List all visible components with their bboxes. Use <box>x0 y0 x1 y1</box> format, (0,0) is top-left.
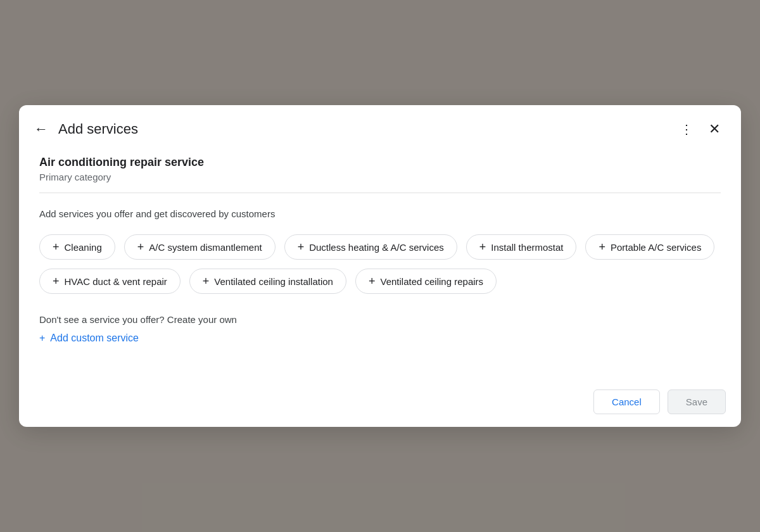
dialog-title: Add services <box>58 121 675 137</box>
add-custom-service-button[interactable]: + Add custom service <box>39 332 139 344</box>
service-label-install-thermostat: Install thermostat <box>491 242 563 253</box>
service-label-ac-dismantlement: A/C system dismantlement <box>149 242 262 253</box>
back-button[interactable]: ← <box>32 118 53 140</box>
close-icon: ✕ <box>709 121 720 137</box>
plus-icon: + <box>598 241 605 253</box>
add-custom-service-label: Add custom service <box>50 332 139 344</box>
header-actions: ⋮ ✕ <box>675 118 726 141</box>
service-label-ventilated-ceiling-repairs: Ventilated ceiling repairs <box>380 276 483 287</box>
service-label-portable-ac: Portable A/C services <box>611 242 701 253</box>
save-button[interactable]: Save <box>668 390 726 414</box>
service-chip-ventilated-ceiling-installation[interactable]: + Ventilated ceiling installation <box>189 269 346 294</box>
dialog-overlay: ← Add services ⋮ ✕ Air conditioning repa… <box>0 0 760 532</box>
plus-icon: + <box>39 332 45 344</box>
category-name: Air conditioning repair service <box>39 156 721 169</box>
plus-icon: + <box>53 276 60 287</box>
cancel-button[interactable]: Cancel <box>593 390 660 414</box>
services-grid: + Cleaning + A/C system dismantlement + … <box>39 234 721 294</box>
custom-service-section: Don't see a service you offer? Create yo… <box>39 314 721 344</box>
dialog-header: ← Add services ⋮ ✕ <box>19 105 741 151</box>
dialog-footer: Cancel Save <box>19 379 741 427</box>
service-label-ductless-heating: Ductless heating & A/C services <box>309 242 444 253</box>
plus-icon: + <box>203 276 210 287</box>
service-chip-ductless-heating[interactable]: + Ductless heating & A/C services <box>284 234 457 260</box>
add-services-dialog: ← Add services ⋮ ✕ Air conditioning repa… <box>19 105 741 427</box>
service-chip-install-thermostat[interactable]: + Install thermostat <box>466 234 577 260</box>
more-options-button[interactable]: ⋮ <box>675 118 698 141</box>
plus-icon: + <box>137 241 144 253</box>
plus-icon: + <box>53 241 60 253</box>
close-button[interactable]: ✕ <box>703 118 726 141</box>
service-chip-portable-ac[interactable]: + Portable A/C services <box>585 234 714 260</box>
category-label: Primary category <box>39 172 721 182</box>
service-label-ventilated-ceiling-installation: Ventilated ceiling installation <box>214 276 333 287</box>
custom-service-hint: Don't see a service you offer? Create yo… <box>39 314 721 325</box>
category-section: Air conditioning repair service Primary … <box>39 156 721 193</box>
dialog-body: Air conditioning repair service Primary … <box>19 151 741 379</box>
service-chip-cleaning[interactable]: + Cleaning <box>39 234 115 260</box>
service-label-hvac-duct: HVAC duct & vent repair <box>65 276 167 287</box>
plus-icon: + <box>298 241 305 253</box>
plus-icon: + <box>479 241 486 253</box>
service-chip-ventilated-ceiling-repairs[interactable]: + Ventilated ceiling repairs <box>355 269 497 294</box>
plus-icon: + <box>369 276 376 287</box>
service-chip-hvac-duct[interactable]: + HVAC duct & vent repair <box>39 269 180 294</box>
service-label-cleaning: Cleaning <box>65 242 102 253</box>
more-vert-icon: ⋮ <box>680 122 694 137</box>
services-description: Add services you offer and get discovere… <box>39 208 721 219</box>
service-chip-ac-dismantlement[interactable]: + A/C system dismantlement <box>124 234 276 260</box>
